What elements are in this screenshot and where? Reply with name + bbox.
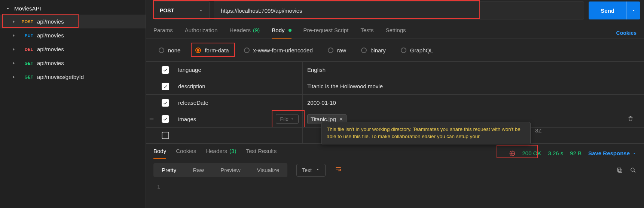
svg-rect-1 (619, 169, 622, 172)
chevron-down-icon (5, 6, 10, 11)
url-input[interactable]: https://localhost:7099/api/movies (214, 1, 584, 19)
form-data-row: descriptionTitanic is the Hollowood movi… (146, 78, 644, 94)
delete-row-icon[interactable] (628, 116, 640, 123)
radio-icon (159, 48, 164, 53)
radio-raw[interactable]: raw (326, 45, 348, 55)
radio-form-data[interactable]: form-data (193, 45, 231, 55)
send-button[interactable]: Send (589, 1, 640, 19)
tab-tests[interactable]: Tests (360, 27, 373, 39)
resp-tab-headers[interactable]: Headers(3) (206, 148, 236, 159)
request-path: api/movies (37, 18, 64, 25)
tab-body[interactable]: Body (272, 27, 291, 39)
file-name: Titanic.jpg (311, 116, 336, 122)
radio-xwww[interactable]: x-www-form-urlencoded (242, 45, 315, 55)
svg-point-3 (631, 168, 634, 171)
key-cell-empty[interactable] (174, 128, 303, 143)
tab-settings[interactable]: Settings (385, 27, 406, 39)
sidebar: MoviesAPI POSTapi/moviesPUTapi/moviesDEL… (0, 0, 146, 208)
radio-binary[interactable]: binary (359, 45, 388, 55)
globe-error-icon (509, 150, 516, 157)
response-body[interactable]: 1 (146, 181, 644, 192)
sidebar-request-item[interactable]: DELapi/movies (0, 42, 146, 56)
collection-name: MoviesAPI (14, 5, 41, 12)
row-checkbox[interactable] (162, 66, 169, 74)
value-text: Titanic is the Hollowood movie (307, 83, 383, 89)
key-cell[interactable]: description (174, 78, 303, 94)
request-path: api/movies (37, 46, 64, 52)
view-pretty[interactable]: Pretty (153, 163, 184, 177)
tab-params[interactable]: Params (153, 27, 173, 39)
hidden-row-fragment: 3Z (535, 127, 542, 134)
file-type-dropdown[interactable]: File (276, 114, 299, 124)
chevron-down-icon (290, 117, 294, 121)
sidebar-request-item[interactable]: POSTapi/movies (0, 15, 146, 28)
chevron-right-icon (11, 33, 16, 38)
tab-authorization[interactable]: Authorization (185, 27, 218, 39)
form-data-row: releaseDate2000-01-10 (146, 94, 644, 111)
sidebar-request-item[interactable]: PUTapi/movies (0, 28, 146, 42)
view-mode-group: Pretty Raw Preview Visualize (153, 163, 287, 177)
radio-graphql[interactable]: GraphQL (399, 45, 436, 55)
body-type-row: none form-data x-www-form-urlencoded raw… (146, 39, 644, 61)
request-path: api/movies (37, 60, 64, 66)
file-warning-tooltip: This file isn't in your working director… (321, 122, 531, 144)
response-toolbar: Pretty Raw Preview Visualize Text (146, 159, 644, 181)
value-text: English (307, 67, 326, 73)
radio-none[interactable]: none (156, 45, 183, 55)
value-cell[interactable]: English (303, 67, 644, 73)
method-badge: POST (20, 19, 33, 24)
view-visualize[interactable]: Visualize (249, 163, 288, 177)
tab-prerequest[interactable]: Pre-request Script (303, 27, 349, 39)
chevron-right-icon (11, 19, 16, 24)
method-label: POST (160, 7, 174, 13)
line-number: 1 (153, 184, 165, 190)
radio-icon (328, 48, 333, 53)
format-dropdown[interactable]: Text (296, 164, 326, 177)
value-cell[interactable]: Titanic is the Hollowood movie (303, 83, 644, 89)
response-tabs: Body Cookies Headers(3) Test Results 200… (146, 144, 644, 159)
sidebar-request-item[interactable]: GETapi/movies (0, 56, 146, 70)
row-checkbox[interactable] (162, 99, 169, 107)
status-code: 200 OK (522, 150, 541, 156)
chevron-right-icon (11, 47, 16, 52)
row-checkbox[interactable] (162, 83, 169, 90)
method-badge: PUT (20, 33, 33, 38)
dot-icon (289, 29, 292, 32)
method-badge: GET (20, 75, 33, 79)
send-label: Send (589, 7, 626, 14)
view-raw[interactable]: Raw (184, 163, 212, 177)
collection-header[interactable]: MoviesAPI (0, 2, 146, 15)
send-dropdown[interactable] (626, 1, 640, 19)
save-response-button[interactable]: Save Response (588, 150, 637, 156)
key-text: images (178, 116, 196, 122)
row-checkbox[interactable] (162, 115, 169, 123)
key-cell[interactable]: imagesFile (174, 111, 303, 127)
cookies-link[interactable]: Cookies (616, 30, 637, 36)
view-preview[interactable]: Preview (212, 163, 248, 177)
drag-handle-icon[interactable] (149, 116, 154, 122)
value-cell[interactable]: 2000-01-10 (303, 100, 644, 106)
resp-tab-body[interactable]: Body (153, 148, 166, 159)
resp-tab-cookies[interactable]: Cookies (176, 148, 196, 159)
response-time: 3.26 s (548, 150, 563, 156)
request-tabs: Params Authorization Headers(9) Body Pre… (146, 19, 644, 39)
radio-icon (361, 48, 367, 53)
chevron-down-icon (631, 8, 636, 13)
search-icon[interactable] (630, 167, 637, 174)
sidebar-request-item[interactable]: GETapi/movies/getbyId (0, 70, 146, 84)
key-text: language (178, 67, 201, 73)
tab-headers[interactable]: Headers(9) (229, 27, 260, 39)
row-checkbox-empty[interactable] (162, 132, 169, 139)
chevron-right-icon (11, 74, 16, 80)
copy-icon[interactable] (616, 167, 623, 174)
wrap-lines-icon[interactable] (335, 166, 342, 174)
method-badge: GET (20, 61, 33, 65)
key-cell[interactable]: releaseDate (174, 95, 303, 111)
remove-file-icon[interactable]: ✕ (339, 116, 343, 122)
key-text: description (178, 83, 205, 89)
svg-rect-2 (617, 168, 621, 171)
method-dropdown[interactable]: POST (153, 1, 210, 19)
resp-tab-testresults[interactable]: Test Results (246, 148, 277, 159)
key-cell[interactable]: language (174, 62, 303, 78)
value-text: 2000-01-10 (307, 100, 336, 106)
